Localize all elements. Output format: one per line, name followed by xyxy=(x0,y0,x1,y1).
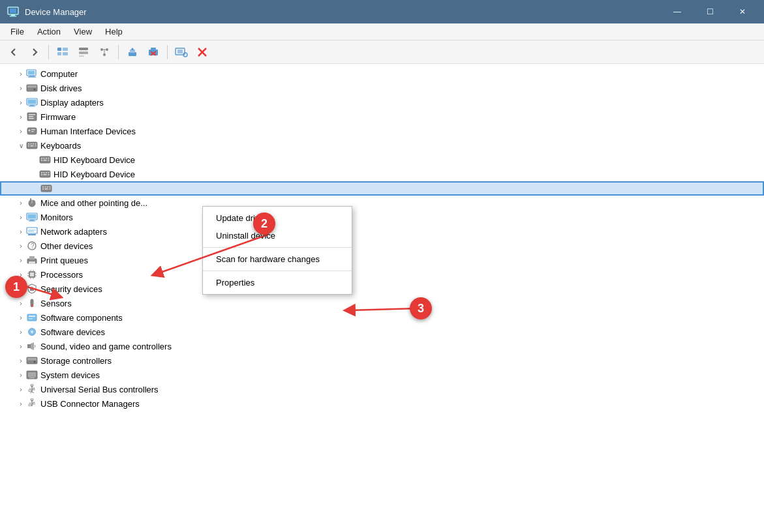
tree-item-keyboards[interactable]: ∨ Keyboards xyxy=(0,138,764,153)
menu-help[interactable]: Help xyxy=(99,25,129,38)
svg-rect-122 xyxy=(29,377,35,378)
menu-action[interactable]: Action xyxy=(31,25,67,38)
tree-item-other[interactable]: › ? Other devices xyxy=(0,239,764,253)
scan-hardware-button[interactable] xyxy=(172,43,191,61)
svg-rect-135 xyxy=(29,404,31,406)
tree-item-usb-connector[interactable]: › USB Connector Managers xyxy=(0,396,764,411)
minimize-button[interactable]: — xyxy=(662,2,692,22)
svg-rect-54 xyxy=(35,145,37,147)
svg-rect-118 xyxy=(27,358,37,361)
svg-rect-42 xyxy=(29,118,34,119)
sound-label: Sound, video and game controllers xyxy=(40,342,172,351)
tree-item-processors[interactable]: › Processors xyxy=(0,267,764,282)
expand-icon[interactable]: › xyxy=(16,298,26,308)
hid-kbd-label-1: HID Keyboard Device xyxy=(53,155,135,165)
software-comp-icon xyxy=(26,312,38,323)
expand-icon[interactable]: › xyxy=(16,126,26,136)
svg-rect-49 xyxy=(31,143,32,145)
other-label: Other devices xyxy=(40,241,93,251)
view-devices-button[interactable] xyxy=(53,43,72,61)
expand-icon[interactable]: › xyxy=(16,198,26,208)
svg-point-119 xyxy=(34,361,36,363)
back-button[interactable] xyxy=(4,43,23,61)
tree-item-network[interactable]: › Network adapters xyxy=(0,224,764,239)
context-properties[interactable]: Properties xyxy=(203,274,352,291)
tree-item-usb[interactable]: › Universal Serial Bus controllers xyxy=(0,382,764,396)
expand-icon[interactable]: › xyxy=(16,226,26,237)
tree-item-software-comp[interactable]: › Software components xyxy=(0,310,764,325)
resources-connection-button[interactable] xyxy=(95,43,114,61)
tree-item-firmware[interactable]: › Firmware xyxy=(0,110,764,124)
menu-view[interactable]: View xyxy=(67,25,99,38)
expand-icon[interactable]: › xyxy=(16,327,26,337)
toolbar-x-button[interactable] xyxy=(192,43,212,61)
tree-item-system[interactable]: › System devices xyxy=(0,368,764,382)
tree-item-hid-kbd-1[interactable]: › HID Keyboard Device xyxy=(0,153,764,167)
tree-item-hid-kbd-2[interactable]: › HID Keyboard Device xyxy=(0,167,764,181)
tree-item-mice[interactable]: › Mice and other pointing de... xyxy=(0,196,764,210)
context-update-driver[interactable]: Update driver xyxy=(203,209,352,227)
tree-item-display[interactable]: › Display adapters xyxy=(0,95,764,110)
resources-type-button[interactable] xyxy=(74,43,93,61)
expand-icon[interactable]: › xyxy=(16,97,26,108)
expand-icon[interactable]: › xyxy=(16,370,26,380)
toolbar-update-driver[interactable] xyxy=(123,43,142,61)
menu-bar: File Action View Help xyxy=(0,23,764,40)
expand-icon[interactable]: › xyxy=(16,68,26,79)
tree-item-software-dev[interactable]: › Software devices xyxy=(0,325,764,339)
tree-item-computer[interactable]: › Computer xyxy=(0,66,764,81)
context-uninstall-device[interactable]: Uninstall device xyxy=(203,227,352,244)
print-icon xyxy=(26,254,38,266)
close-button[interactable]: ✕ xyxy=(727,2,757,22)
expand-icon[interactable]: › xyxy=(16,255,26,265)
app-icon xyxy=(7,5,20,18)
disk-drives-label: Disk drives xyxy=(40,83,82,93)
tree-item-hid-kbd-3[interactable]: › xyxy=(0,181,764,196)
device-tree[interactable]: › Computer › Disk drives › Di xyxy=(0,64,764,532)
tree-item-disk-drives[interactable]: › Disk drives xyxy=(0,81,764,95)
hid-label: Human Interface Devices xyxy=(40,126,136,136)
svg-rect-18 xyxy=(149,50,158,55)
hid-icon xyxy=(26,125,38,137)
expand-icon[interactable]: › xyxy=(16,83,26,93)
expand-icon[interactable]: › xyxy=(16,111,26,122)
svg-rect-61 xyxy=(44,160,47,161)
expand-icon[interactable]: › xyxy=(16,212,26,222)
expand-icon[interactable]: › xyxy=(16,398,26,409)
expand-icon[interactable]: › xyxy=(16,384,26,394)
storage-label: Storage controllers xyxy=(40,356,112,366)
tree-item-sensors[interactable]: › Sensors xyxy=(0,296,764,310)
window-controls: — ☐ ✕ xyxy=(662,2,757,22)
svg-rect-36 xyxy=(28,100,37,104)
context-scan-hardware[interactable]: Scan for hardware changes xyxy=(203,250,352,268)
svg-rect-30 xyxy=(29,76,35,77)
firmware-label: Firmware xyxy=(40,112,76,122)
tree-item-monitors[interactable]: › Monitors xyxy=(0,210,764,224)
processors-label: Processors xyxy=(40,270,83,280)
svg-rect-85 xyxy=(30,220,34,221)
expand-icon[interactable]: › xyxy=(16,312,26,323)
toolbar-uninstall[interactable] xyxy=(144,43,163,61)
svg-rect-73 xyxy=(45,186,46,188)
storage-icon xyxy=(26,355,38,366)
svg-rect-48 xyxy=(28,143,29,145)
expand-icon[interactable]: › xyxy=(16,241,26,251)
tree-item-sound[interactable]: › Sound, video and game controllers xyxy=(0,339,764,353)
svg-rect-77 xyxy=(45,188,48,190)
tree-item-security[interactable]: › Security devices xyxy=(0,282,764,296)
svg-rect-90 xyxy=(28,234,36,235)
tree-item-storage[interactable]: › Storage controllers xyxy=(0,353,764,368)
tree-item-print[interactable]: › Print queues xyxy=(0,253,764,267)
sound-icon xyxy=(26,340,38,352)
expand-icon[interactable]: ∨ xyxy=(16,140,26,151)
forward-button[interactable] xyxy=(25,43,44,61)
tree-item-hid[interactable]: › Human Interface Devices xyxy=(0,124,764,138)
svg-rect-67 xyxy=(48,172,50,173)
menu-file[interactable]: File xyxy=(4,25,31,38)
svg-rect-121 xyxy=(28,372,36,377)
svg-rect-59 xyxy=(48,158,50,159)
computer-label: Computer xyxy=(40,69,78,79)
expand-icon[interactable]: › xyxy=(16,341,26,351)
expand-icon[interactable]: › xyxy=(16,355,26,366)
maximize-button[interactable]: ☐ xyxy=(695,2,725,22)
